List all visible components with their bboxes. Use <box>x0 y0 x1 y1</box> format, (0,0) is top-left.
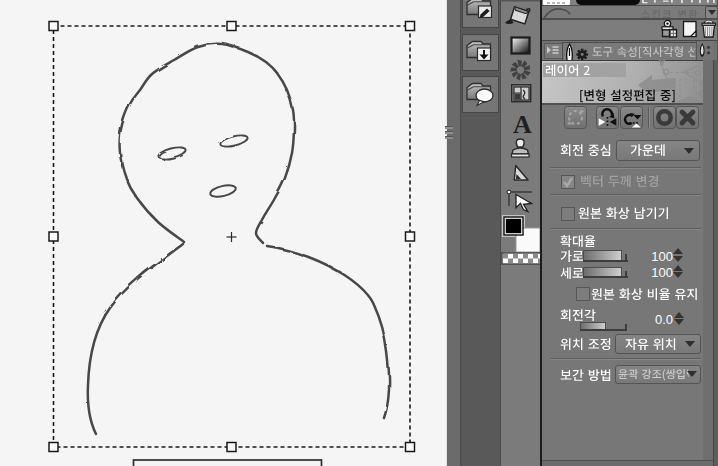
svg-text:A: A <box>513 110 532 139</box>
